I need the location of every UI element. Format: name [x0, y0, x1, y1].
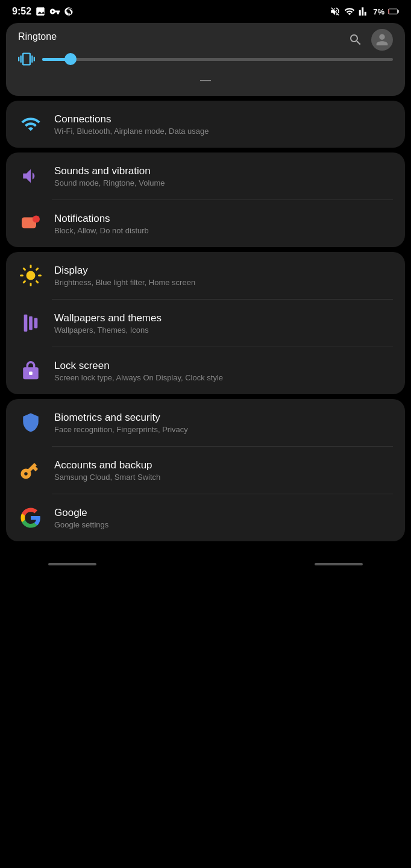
google-item[interactable]: Google Google settings — [6, 494, 405, 541]
accounts-text: Accounts and backup Samsung Cloud, Smart… — [54, 459, 393, 482]
svg-point-4 — [33, 216, 40, 223]
display-title: Display — [54, 265, 393, 277]
avatar[interactable] — [371, 29, 393, 51]
biometrics-item[interactable]: Biometrics and security Face recognition… — [6, 399, 405, 446]
status-bar: 9:52 7% — [0, 0, 411, 20]
sounds-section: Sounds and vibration Sound mode, Rington… — [6, 153, 405, 247]
biometrics-text: Biometrics and security Face recognition… — [54, 412, 393, 434]
wallpapers-title: Wallpapers and themes — [54, 312, 393, 324]
lockscreen-text: Lock screen Screen lock type, Always On … — [54, 360, 393, 382]
connections-subtitle: Wi-Fi, Bluetooth, Airplane mode, Data us… — [54, 127, 393, 136]
search-icon[interactable] — [348, 33, 363, 47]
connections-item[interactable]: Connections Wi-Fi, Bluetooth, Airplane m… — [6, 101, 405, 148]
connections-section: Connections Wi-Fi, Bluetooth, Airplane m… — [6, 101, 405, 148]
google-text: Google Google settings — [54, 507, 393, 529]
accounts-icon — [18, 458, 43, 483]
signal-icon — [359, 6, 369, 17]
accounts-item[interactable]: Accounts and backup Samsung Cloud, Smart… — [6, 447, 405, 494]
svg-rect-7 — [29, 316, 33, 330]
drag-handle: — — [18, 74, 393, 86]
battery-icon — [388, 8, 399, 15]
battery-percent: 7% — [373, 7, 384, 16]
wallpapers-icon — [18, 310, 43, 336]
notifications-title: Notifications — [54, 213, 393, 225]
ringtone-card: Ringtone — — [6, 23, 405, 96]
connections-icon — [18, 112, 43, 137]
connections-text: Connections Wi-Fi, Bluetooth, Airplane m… — [54, 113, 393, 136]
wallpapers-item[interactable]: Wallpapers and themes Wallpapers, Themes… — [6, 300, 405, 347]
wifi-icon — [344, 6, 355, 17]
sounds-title: Sounds and vibration — [54, 165, 393, 177]
svg-rect-10 — [29, 371, 33, 375]
svg-rect-6 — [24, 315, 28, 332]
bottom-nav — [0, 546, 411, 582]
notifications-subtitle: Block, Allow, Do not disturb — [54, 226, 393, 235]
connections-title: Connections — [54, 113, 393, 125]
ringtone-label: Ringtone — [18, 31, 57, 42]
wallpapers-text: Wallpapers and themes Wallpapers, Themes… — [54, 312, 393, 335]
mute-icon — [330, 6, 340, 17]
security-section: Biometrics and security Face recognition… — [6, 399, 405, 541]
biometrics-subtitle: Face recognition, Fingerprints, Privacy — [54, 425, 393, 434]
ringtone-slider[interactable] — [18, 51, 393, 68]
svg-rect-0 — [388, 9, 397, 14]
svg-rect-8 — [34, 318, 38, 329]
display-section: Display Brightness, Blue light filter, H… — [6, 252, 405, 394]
sounds-subtitle: Sound mode, Ringtone, Volume — [54, 178, 393, 187]
svg-point-5 — [27, 271, 36, 280]
sounds-icon — [18, 163, 43, 189]
vpn-key-icon — [49, 6, 60, 17]
status-left: 9:52 — [12, 6, 74, 17]
lockscreen-title: Lock screen — [54, 360, 393, 372]
nav-left — [48, 563, 96, 565]
accounts-subtitle: Samsung Cloud, Smart Switch — [54, 473, 393, 482]
notifications-text: Notifications Block, Allow, Do not distu… — [54, 213, 393, 235]
lock-icon — [18, 358, 43, 383]
display-subtitle: Brightness, Blue light filter, Home scre… — [54, 278, 393, 287]
volume-slider-thumb[interactable] — [64, 53, 77, 65]
biometrics-title: Biometrics and security — [54, 412, 393, 424]
lockscreen-subtitle: Screen lock type, Always On Display, Clo… — [54, 373, 393, 382]
google-icon — [18, 505, 43, 530]
volume-slider-track[interactable] — [42, 58, 393, 61]
display-icon — [18, 263, 43, 288]
notifications-icon — [18, 211, 43, 236]
wallpapers-subtitle: Wallpapers, Themes, Icons — [54, 326, 393, 335]
status-right: 7% — [330, 6, 399, 17]
lockscreen-item[interactable]: Lock screen Screen lock type, Always On … — [6, 347, 405, 394]
svg-rect-2 — [398, 10, 399, 13]
nav-right — [315, 563, 363, 565]
vibrate-icon — [18, 51, 35, 68]
display-item[interactable]: Display Brightness, Blue light filter, H… — [6, 252, 405, 299]
biometrics-icon — [18, 410, 43, 435]
svg-rect-1 — [389, 9, 389, 14]
notifications-item[interactable]: Notifications Block, Allow, Do not distu… — [6, 200, 405, 247]
time: 9:52 — [12, 6, 31, 17]
display-text: Display Brightness, Blue light filter, H… — [54, 265, 393, 287]
sounds-item[interactable]: Sounds and vibration Sound mode, Rington… — [6, 153, 405, 200]
google-title: Google — [54, 507, 393, 519]
surfshark-icon — [64, 7, 74, 16]
google-subtitle: Google settings — [54, 520, 393, 529]
sounds-text: Sounds and vibration Sound mode, Rington… — [54, 165, 393, 187]
accounts-title: Accounts and backup — [54, 459, 393, 471]
photo-icon — [35, 6, 46, 17]
